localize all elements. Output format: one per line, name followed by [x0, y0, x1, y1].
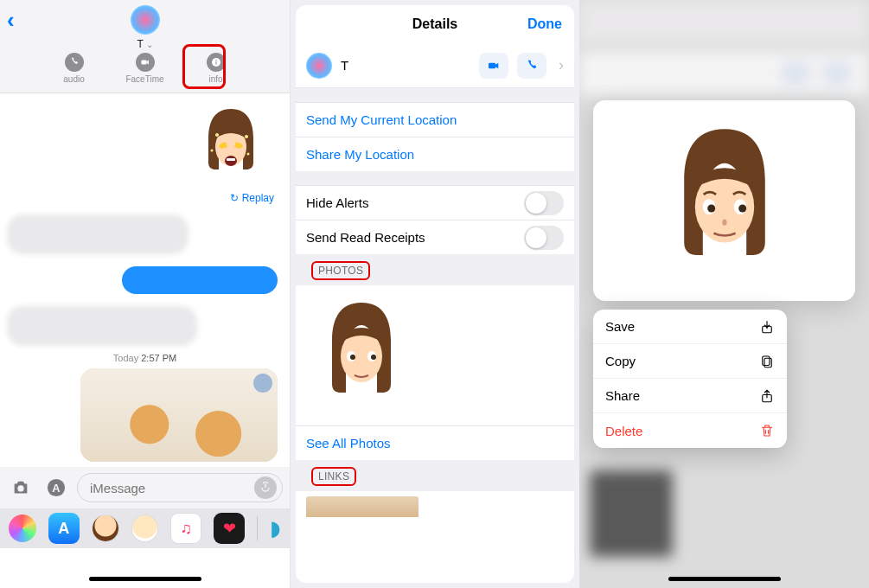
contact-avatar	[306, 53, 332, 79]
copy-menu-item[interactable]: Copy	[593, 344, 787, 379]
see-all-photos-button[interactable]: See All Photos	[296, 425, 574, 460]
message-thread[interactable]: ↻ Replay Today 2:57 PM	[0, 93, 290, 467]
save-label: Save	[605, 319, 635, 334]
phone-icon	[65, 53, 84, 72]
contact-row[interactable]: T ›	[296, 43, 574, 88]
svg-rect-0	[141, 61, 146, 65]
music-app-icon[interactable]	[170, 513, 201, 544]
links-highlight-annotation: LINKS	[311, 467, 356, 486]
svg-point-20	[350, 355, 355, 360]
replay-button[interactable]: ↻ Replay	[230, 192, 274, 204]
photo-content	[80, 368, 278, 462]
photo-context-menu-screen: Save Copy Share Delete	[579, 0, 869, 588]
facetime-video-button[interactable]	[479, 53, 508, 79]
live-photo-badge-icon	[253, 374, 272, 393]
details-card: Details Done T › Send My Current Locatio…	[296, 5, 574, 583]
message-input[interactable]	[90, 481, 254, 495]
digital-touch-app-icon[interactable]	[214, 513, 245, 544]
outgoing-message-bubble[interactable]	[122, 266, 278, 294]
hide-alerts-row: Hide Alerts	[296, 185, 574, 220]
hide-alerts-label: Hide Alerts	[306, 195, 369, 210]
call-button[interactable]	[517, 53, 546, 79]
imessage-app-strip[interactable]: ◗	[0, 508, 290, 548]
photo-preview[interactable]	[593, 100, 855, 301]
svg-rect-31	[763, 356, 770, 366]
thread-header: ‹ T audio FaceTime info	[0, 0, 290, 93]
header-actions: audio FaceTime info	[0, 53, 290, 84]
svg-point-9	[215, 133, 219, 137]
audio-label: audio	[63, 74, 84, 84]
incoming-message-bubble[interactable]	[7, 214, 188, 254]
save-icon	[759, 319, 775, 335]
contact-name[interactable]: T	[137, 38, 152, 50]
svg-point-25	[707, 205, 715, 213]
details-title: Details	[412, 16, 457, 32]
app-store-app-icon[interactable]	[48, 513, 80, 544]
svg-point-27	[738, 205, 746, 213]
delete-menu-item[interactable]: Delete	[593, 413, 787, 448]
audio-button[interactable]: audio	[51, 53, 98, 84]
send-current-location-button[interactable]: Send My Current Location	[296, 102, 574, 137]
svg-point-13	[18, 485, 24, 491]
memoji-app-icon[interactable]	[92, 514, 119, 542]
svg-rect-16	[489, 62, 495, 68]
delete-label: Delete	[605, 424, 642, 438]
copy-icon	[759, 354, 775, 369]
photo-thumbnail[interactable]: 0:05	[306, 294, 417, 419]
more-apps-icon[interactable]: ◗	[270, 516, 281, 540]
svg-point-12	[247, 153, 250, 156]
photos-app-icon[interactable]	[9, 514, 36, 542]
chevron-right-icon: ›	[559, 56, 564, 74]
home-indicator[interactable]	[89, 577, 201, 581]
photos-highlight-annotation: PHOTOS	[311, 261, 370, 280]
svg-point-28	[722, 220, 726, 226]
done-button[interactable]: Done	[527, 16, 562, 32]
details-header: Details Done	[296, 5, 574, 43]
link-thumbnail[interactable]	[306, 496, 419, 517]
svg-text:A: A	[52, 482, 60, 495]
video-icon	[136, 53, 155, 72]
photos-section-label: PHOTOS	[296, 254, 574, 285]
contact-name: T	[341, 58, 470, 73]
facetime-label: FaceTime	[125, 74, 163, 84]
share-icon	[759, 388, 775, 404]
copy-label: Copy	[605, 354, 636, 368]
photo-message[interactable]	[80, 368, 278, 462]
svg-rect-8	[227, 158, 235, 161]
memoji-sticker-message[interactable]	[196, 104, 265, 190]
animoji-app-icon[interactable]	[131, 514, 159, 542]
message-input-bar: A	[0, 467, 290, 508]
contact-avatar[interactable]	[131, 5, 160, 35]
svg-rect-30	[764, 358, 771, 368]
share-label: Share	[605, 388, 640, 403]
svg-point-11	[211, 150, 214, 152]
svg-point-22	[371, 355, 376, 360]
home-indicator[interactable]	[668, 577, 781, 581]
send-read-receipts-label: Send Read Receipts	[306, 230, 425, 245]
links-section-label: LINKS	[296, 460, 574, 491]
back-chevron-icon[interactable]: ‹	[7, 7, 15, 34]
audio-record-button[interactable]	[254, 476, 277, 499]
context-menu: Save Copy Share Delete	[593, 310, 787, 448]
hide-alerts-toggle[interactable]	[524, 191, 564, 215]
svg-point-10	[245, 135, 248, 138]
send-read-receipts-row: Send Read Receipts	[296, 220, 574, 254]
thread-timestamp: Today 2:57 PM	[0, 353, 290, 363]
share-my-location-button[interactable]: Share My Location	[296, 137, 574, 171]
trash-icon	[759, 423, 775, 438]
save-menu-item[interactable]: Save	[593, 310, 787, 344]
camera-button[interactable]	[7, 473, 35, 502]
message-input-pill	[77, 473, 283, 502]
details-sheet-screen: Details Done T › Send My Current Locatio…	[290, 0, 579, 588]
send-read-receipts-toggle[interactable]	[524, 226, 564, 250]
incoming-message-bubble[interactable]	[7, 306, 197, 346]
info-highlight-annotation	[182, 44, 226, 89]
app-store-button[interactable]: A	[42, 473, 71, 502]
facetime-button[interactable]: FaceTime	[122, 53, 169, 84]
replay-label: Replay	[242, 192, 274, 204]
video-duration: 0:05	[391, 403, 412, 415]
share-menu-item[interactable]: Share	[593, 379, 787, 413]
messages-thread-screen: ‹ T audio FaceTime info	[0, 0, 290, 588]
